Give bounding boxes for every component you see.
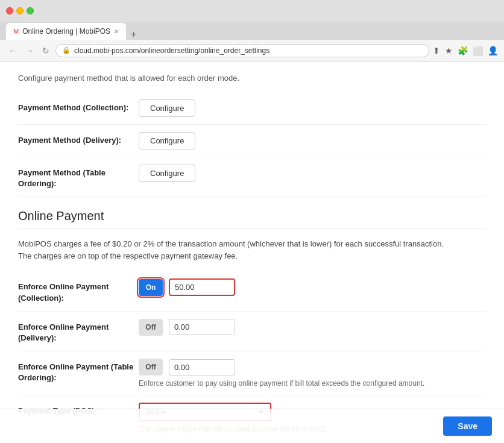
payment-collection-label: Payment Method (Collection):: [18, 99, 139, 113]
enforce-collection-control: On: [139, 278, 486, 296]
address-bar[interactable]: 🔒 cloud.mobi-pos.com/onlineordersetting/…: [55, 44, 429, 57]
enforce-delivery-toggle[interactable]: Off: [139, 319, 163, 336]
enforce-delivery-row: Enforce Online Payment (Delivery): Off: [18, 312, 486, 351]
browser-icons: ⬆ ★ 🧩 ⬜ 👤: [433, 46, 498, 55]
enforce-hint-text: Enforce customer to pay using online pay…: [139, 379, 486, 388]
back-button[interactable]: ←: [6, 45, 19, 57]
bookmark-icon[interactable]: ★: [445, 46, 453, 55]
configure-collection-button[interactable]: Configure: [139, 99, 195, 117]
enforce-table-label: Enforce Online Payment (Table Ordering):: [18, 359, 139, 383]
tab-manager-icon[interactable]: ⬜: [473, 46, 483, 55]
enforce-delivery-amount[interactable]: [169, 319, 235, 335]
section-divider-1: [18, 228, 486, 228]
enforce-collection-label: Enforce Online Payment (Collection):: [18, 278, 139, 303]
traffic-lights[interactable]: [6, 7, 34, 14]
nav-bar: ← → ↻ 🔒 cloud.mobi-pos.com/onlineorderse…: [0, 40, 504, 61]
enforce-table-amount[interactable]: [169, 359, 235, 375]
active-tab[interactable]: M Online Ordering | MobiPOS ✕: [6, 23, 126, 40]
payment-delivery-control: Configure: [139, 132, 486, 149]
close-button[interactable]: [6, 7, 13, 14]
enforce-collection-input-row: On: [139, 278, 486, 296]
reload-button[interactable]: ↻: [40, 45, 52, 57]
save-button[interactable]: Save: [443, 416, 492, 436]
enforce-delivery-control: Off: [139, 319, 486, 336]
payment-table-control: Configure: [139, 165, 486, 182]
address-text: cloud.mobi-pos.com/onlineordersetting/on…: [74, 46, 269, 55]
online-payment-info: MobiPOS charges a fee of $0.20 or 2% of …: [18, 238, 486, 262]
profile-icon[interactable]: 👤: [488, 46, 498, 55]
enforce-table-input-row: Off: [139, 359, 486, 375]
tab-title: Online Ordering | MobiPOS: [22, 27, 110, 36]
configure-delivery-button[interactable]: Configure: [139, 132, 195, 149]
tab-close-icon[interactable]: ✕: [114, 28, 119, 35]
enforce-table-row: Enforce Online Payment (Table Ordering):…: [18, 351, 486, 395]
payment-table-label: Payment Method (Table Ordering):: [18, 165, 139, 189]
payment-collection-control: Configure: [139, 99, 486, 117]
enforce-delivery-label: Enforce Online Payment (Delivery):: [18, 319, 139, 344]
online-payment-title: Online Payment: [18, 209, 486, 223]
payment-delivery-label: Payment Method (Delivery):: [18, 132, 139, 146]
enforce-delivery-input-row: Off: [139, 319, 486, 336]
maximize-button[interactable]: [27, 7, 34, 14]
payment-table-row: Payment Method (Table Ordering): Configu…: [18, 157, 486, 197]
payment-collection-row: Payment Method (Collection): Configure: [18, 92, 486, 125]
enforce-collection-row: Enforce Online Payment (Collection): On: [18, 271, 486, 311]
enforce-collection-toggle[interactable]: On: [139, 279, 163, 296]
enforce-table-toggle[interactable]: Off: [139, 359, 163, 375]
tabs-bar: M Online Ordering | MobiPOS ✕ +: [0, 22, 504, 40]
page-content: Configure payment method that is allowed…: [0, 61, 504, 443]
share-icon[interactable]: ⬆: [433, 46, 440, 55]
forward-button[interactable]: →: [23, 45, 36, 57]
extension-icon[interactable]: 🧩: [458, 46, 468, 55]
tab-favicon: M: [13, 28, 19, 35]
enforce-collection-amount[interactable]: [169, 278, 235, 296]
configure-table-button[interactable]: Configure: [139, 165, 195, 182]
lock-icon: 🔒: [62, 46, 71, 54]
new-tab-button[interactable]: +: [126, 29, 141, 40]
payment-delivery-row: Payment Method (Delivery): Configure: [18, 125, 486, 157]
section-description: Configure payment method that is allowed…: [18, 74, 486, 83]
enforce-table-control: Off Enforce customer to pay using online…: [139, 359, 486, 388]
minimize-button[interactable]: [16, 7, 24, 14]
save-bar: Save: [0, 409, 504, 443]
